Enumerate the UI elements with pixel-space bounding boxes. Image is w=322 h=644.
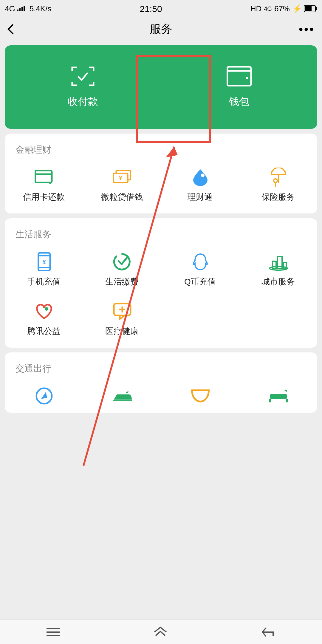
credit-card-icon	[34, 168, 53, 187]
wallet-icon	[227, 66, 252, 86]
phone-icon: ¥	[34, 252, 53, 271]
svg-point-15	[201, 174, 204, 177]
hero-card: 收付款 钱包	[5, 45, 317, 129]
transport-section: 交通出行	[5, 352, 317, 413]
qcoin-button[interactable]: Q币充值	[161, 252, 239, 287]
system-nav-bar	[0, 619, 322, 644]
utilities-button[interactable]: 生活缴费	[83, 252, 161, 287]
battery-percent: 67%	[274, 4, 290, 13]
finance-title: 金融理财	[5, 144, 317, 160]
nav-header: 服务 •••	[0, 17, 322, 42]
grid-label: 手机充值	[27, 277, 61, 287]
grid-label: 生活缴费	[105, 277, 139, 287]
grid-label: Q币充值	[184, 277, 216, 287]
phone-recharge-button[interactable]: ¥ 手机充值	[5, 252, 83, 287]
tencent-charity-button[interactable]: 腾讯公益	[5, 302, 83, 337]
city-buildings-icon	[269, 252, 288, 271]
water-drop-icon	[191, 168, 210, 187]
svg-rect-5	[305, 6, 312, 11]
svg-rect-6	[316, 7, 317, 10]
svg-rect-0	[18, 10, 19, 11]
grid-label: 微粒贷借钱	[101, 192, 143, 203]
insurance-button[interactable]: 保险服务	[239, 168, 317, 203]
svg-point-9	[246, 77, 248, 79]
page-title: 服务	[150, 21, 172, 37]
wallet-button[interactable]: 钱包	[161, 45, 317, 129]
more-button[interactable]: •••	[297, 22, 315, 36]
life-section: 生活服务 ¥ 手机充值 生活缴费 Q币充值 城市服务	[5, 218, 317, 348]
grid-label: 理财通	[188, 192, 213, 203]
qq-penguin-icon	[191, 252, 210, 271]
grid-label: 城市服务	[261, 277, 295, 287]
grid-label: 信用卡还款	[23, 192, 65, 203]
status-bar: 4G 5.4K/s 21:50 HD 4G 67% ⚡	[0, 0, 322, 17]
network-speed: 5.4K/s	[30, 4, 52, 13]
charging-icon: ⚡	[292, 4, 302, 13]
network-type: 4G	[5, 4, 15, 13]
home-button[interactable]	[153, 626, 168, 638]
transport-item-2[interactable]	[83, 386, 161, 405]
back-system-button[interactable]	[261, 626, 275, 637]
hotel-bed-icon	[269, 386, 288, 405]
grid-label: 保险服务	[261, 192, 295, 203]
check-circle-icon	[112, 252, 131, 271]
hd-indicator: HD	[250, 4, 262, 13]
svg-point-26	[44, 307, 48, 311]
transport-item-1[interactable]	[5, 386, 83, 405]
weilidai-button[interactable]: ¥ 微粒贷借钱	[83, 168, 161, 203]
svg-rect-10	[35, 171, 52, 182]
transport-title: 交通出行	[5, 363, 317, 379]
qr-scan-icon	[71, 66, 95, 86]
svg-rect-1	[20, 8, 21, 11]
medical-chat-icon	[112, 302, 131, 321]
recent-apps-button[interactable]	[47, 627, 60, 637]
signal-bars-icon	[18, 5, 27, 11]
heart-hands-icon	[34, 302, 53, 321]
svg-point-17	[273, 179, 277, 182]
city-services-button[interactable]: 城市服务	[239, 252, 317, 287]
signal-4g: 4G	[264, 5, 272, 12]
money-stack-icon: ¥	[112, 168, 131, 187]
svg-text:¥: ¥	[42, 258, 46, 266]
battery-icon	[304, 5, 317, 12]
svg-text:¥: ¥	[119, 174, 122, 181]
pay-receive-button[interactable]: 收付款	[5, 45, 161, 129]
svg-rect-3	[24, 6, 25, 11]
grid-label: 腾讯公益	[27, 326, 61, 337]
medical-health-button[interactable]: 医疗健康	[83, 302, 161, 337]
grid-label: 医疗健康	[105, 326, 139, 337]
compass-icon	[34, 386, 53, 405]
didi-icon	[191, 386, 210, 405]
transport-item-4[interactable]	[239, 386, 317, 405]
licaitong-button[interactable]: 理财通	[161, 168, 239, 203]
finance-section: 金融理财 信用卡还款 ¥ 微粒贷借钱 理财通 保险服务	[5, 134, 317, 213]
status-time: 21:50	[140, 3, 162, 13]
svg-rect-7	[227, 66, 251, 86]
credit-card-repay-button[interactable]: 信用卡还款	[5, 168, 83, 203]
wallet-label: 钱包	[229, 95, 249, 108]
back-button[interactable]	[7, 23, 25, 35]
train-icon	[112, 386, 131, 405]
umbrella-person-icon	[269, 168, 288, 187]
svg-rect-32	[270, 394, 287, 399]
pay-receive-label: 收付款	[68, 95, 98, 108]
svg-rect-2	[22, 7, 23, 11]
life-title: 生活服务	[5, 229, 317, 245]
transport-item-3[interactable]	[161, 386, 239, 405]
